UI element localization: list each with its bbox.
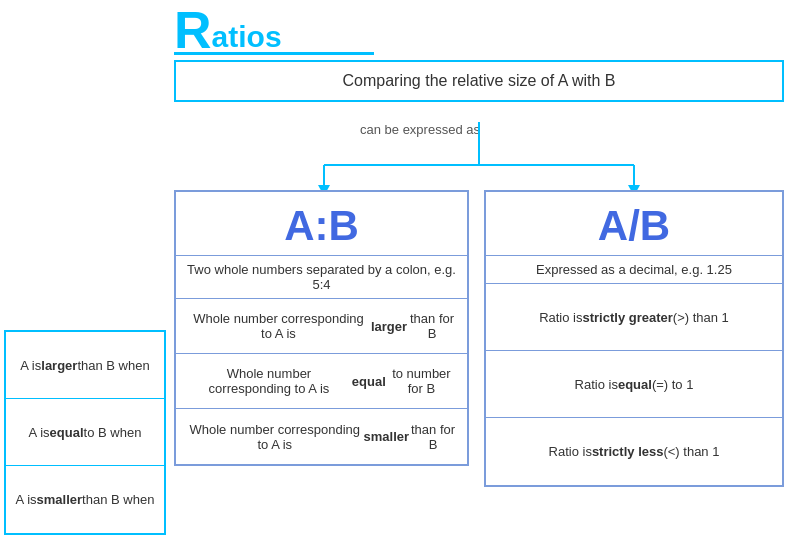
col-ab-subtitle: Two whole numbers separated by a colon, … <box>176 256 467 299</box>
col-adivb-header: A/B <box>486 192 782 256</box>
adivb-row-less: Ratio is strictly less (<) than 1 <box>486 418 782 485</box>
adivb-row-greater: Ratio is strictly greater (>) than 1 <box>486 284 782 351</box>
left-label-smaller: A is smaller than B when <box>6 466 164 533</box>
ab-row-equal: Whole number corresponding to A is equal… <box>176 354 467 409</box>
title-area: R atios <box>174 4 282 56</box>
col-ab-title: A:B <box>181 202 462 250</box>
col-adivb-title: A/B <box>491 202 777 250</box>
col-ab: A:B Two whole numbers separated by a col… <box>174 190 469 466</box>
top-box-text: Comparing the relative size of A with B <box>342 72 615 89</box>
col-adivb: A/B Expressed as a decimal, e.g. 1.25 Ra… <box>484 190 784 487</box>
left-label-larger: A is larger than B when <box>6 332 164 399</box>
left-label-equal: A is equal to B when <box>6 399 164 466</box>
title-rest: atios <box>212 22 282 52</box>
col-adivb-subtitle: Expressed as a decimal, e.g. 1.25 <box>486 256 782 284</box>
ab-row-smaller: Whole number corresponding to A is small… <box>176 409 467 464</box>
title-R: R <box>174 4 212 56</box>
ab-row-larger: Whole number corresponding to A is large… <box>176 299 467 354</box>
adivb-row-equal: Ratio is equal (=) to 1 <box>486 351 782 418</box>
top-box: Comparing the relative size of A with B <box>174 60 784 102</box>
left-labels: A is larger than B when A is equal to B … <box>4 330 166 535</box>
col-ab-header: A:B <box>176 192 467 256</box>
title-underline <box>174 52 374 55</box>
connector-label: can be expressed as <box>360 122 480 137</box>
